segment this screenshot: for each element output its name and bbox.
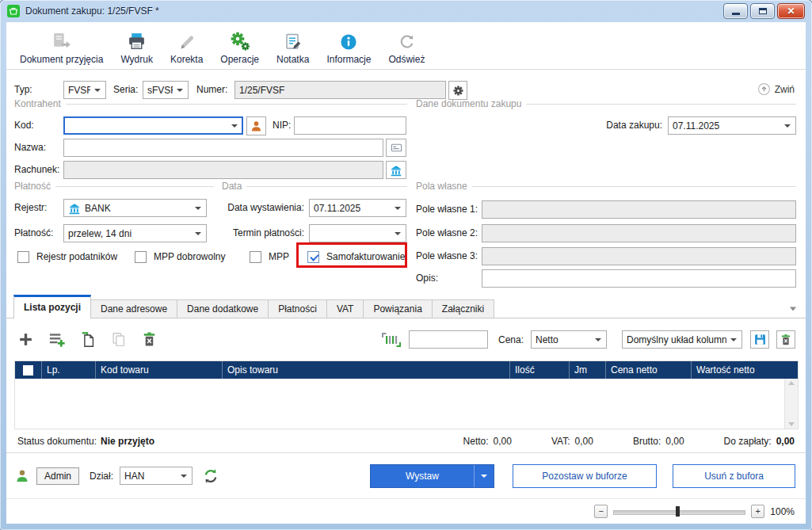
rachunek-input[interactable] xyxy=(63,161,383,179)
termin-platnosci-combo[interactable] xyxy=(309,224,406,242)
tab-platnosci[interactable]: Płatności xyxy=(268,299,327,318)
wystaw-dropdown[interactable] xyxy=(474,465,494,487)
delete-layout-button[interactable] xyxy=(776,330,795,349)
column-header-lp[interactable]: Lp. xyxy=(42,361,96,379)
close-button[interactable]: ✕ xyxy=(777,3,805,19)
trash-icon xyxy=(780,334,792,346)
add-position-icon[interactable] xyxy=(17,331,34,348)
bank-account-button[interactable] xyxy=(386,161,406,179)
grid-vertical-scrollbar[interactable] xyxy=(784,379,798,429)
dzial-combo[interactable]: HAN xyxy=(120,467,193,485)
toolbar-button-notatka[interactable]: Notatka xyxy=(268,25,318,68)
zoom-slider-handle[interactable] xyxy=(676,506,680,517)
pole-wlasne-1-input[interactable] xyxy=(482,200,796,219)
pole-wlasne-3-input[interactable] xyxy=(482,247,796,265)
pole-wlasne-2-input[interactable] xyxy=(482,224,796,242)
zoom-slider[interactable] xyxy=(613,505,745,518)
checkbox-mpp-dobrowolny[interactable]: MPP dobrowolny xyxy=(135,250,226,264)
save-layout-button[interactable] xyxy=(750,330,769,349)
sync-icon[interactable] xyxy=(202,467,219,485)
checkbox-box[interactable] xyxy=(250,251,261,263)
column-header-ilosc[interactable]: Ilość xyxy=(510,361,570,379)
rejestr-combo[interactable]: BANK xyxy=(63,199,207,217)
grid-empty-body[interactable] xyxy=(15,379,784,429)
toolbar-button-korekta[interactable]: Korekta xyxy=(162,25,212,68)
refresh-icon xyxy=(398,29,416,51)
minimize-button[interactable] xyxy=(723,3,748,19)
scroll-down-icon[interactable] xyxy=(788,422,795,426)
toolbar-button-dokument-przyjecia[interactable]: Dokument przyjęcia xyxy=(11,25,112,68)
kod-label: Kod: xyxy=(14,116,34,135)
gear-icon xyxy=(452,85,464,97)
select-all-cell[interactable] xyxy=(15,361,42,379)
toolbar-button-odswiez[interactable]: Odśwież xyxy=(379,25,433,68)
tab-vat[interactable]: VAT xyxy=(326,299,364,318)
column-header-wartosc-netto[interactable]: Wartość netto xyxy=(692,361,784,379)
nip-input[interactable] xyxy=(294,116,406,135)
checkbox-box[interactable] xyxy=(135,251,147,263)
kod-combo[interactable] xyxy=(63,116,243,135)
usun-z-bufora-button[interactable]: Usuń z bufora xyxy=(673,464,795,488)
copy-position-icon[interactable] xyxy=(79,331,97,349)
data-zakupu-combo[interactable]: 07.11.2025 xyxy=(668,116,796,135)
typ-combo[interactable]: FVSF xyxy=(63,81,106,99)
termin-platnosci-label: Termin płatności: xyxy=(222,224,304,242)
column-header-opis-towaru[interactable]: Opis towaru xyxy=(223,361,510,379)
grid-header: Lp. Kod towaru Opis towaru Ilość Jm Cena… xyxy=(15,361,798,379)
select-all-checkbox[interactable] xyxy=(23,365,33,376)
barcode-scan-icon[interactable] xyxy=(381,331,402,349)
column-header-cena-netto[interactable]: Cena netto xyxy=(606,361,692,379)
duplicate-position-icon[interactable] xyxy=(110,331,128,349)
column-header-jm[interactable]: Jm xyxy=(570,361,606,379)
tab-powiazania[interactable]: Powiązania xyxy=(363,299,432,318)
person-icon xyxy=(250,120,263,133)
chevron-down-icon xyxy=(784,124,791,128)
tab-lista-pozycji[interactable]: Lista pozycji xyxy=(13,295,91,318)
numer-label: Numer: xyxy=(196,81,227,99)
zoom-out-button[interactable]: − xyxy=(594,505,608,518)
checkbox-samofakturowanie[interactable]: Samofakturowanie xyxy=(307,250,405,264)
name-details-button[interactable] xyxy=(386,139,406,157)
checkbox-mpp[interactable]: MPP xyxy=(250,250,289,264)
toolbar-button-operacje[interactable]: Operacje xyxy=(212,25,268,68)
document-status-row: Status dokumentu: Nie przyjęto Netto:0,0… xyxy=(6,429,806,453)
number-settings-button[interactable] xyxy=(448,81,467,100)
chevron-down-icon xyxy=(395,232,401,235)
zoom-in-button[interactable]: + xyxy=(751,505,764,518)
cena-combo[interactable]: Netto xyxy=(531,330,607,349)
pozostaw-w-buforze-button[interactable]: Pozostaw w buforze xyxy=(513,464,657,488)
printer-icon xyxy=(127,29,147,51)
checkbox-rejestr-podatnikow[interactable]: Rejestr podatników xyxy=(17,250,117,264)
select-contractor-button[interactable] xyxy=(246,116,266,135)
platnosc-combo[interactable]: przelew, 14 dni xyxy=(63,224,207,242)
collapse-link[interactable]: Zwiń xyxy=(757,82,795,96)
column-layout-combo[interactable]: Domyślny układ kolumn xyxy=(622,330,742,349)
column-header-kod-towaru[interactable]: Kod towaru xyxy=(96,361,223,379)
scroll-up-icon[interactable] xyxy=(788,381,795,385)
wystaw-button[interactable]: Wystaw xyxy=(370,464,494,488)
data-zakupu-label: Data zakupu: xyxy=(561,116,662,135)
document-form: Typ: FVSF Seria: sFVSF Numer: Zwiń Kontr… xyxy=(6,70,806,293)
chevron-down-icon xyxy=(195,232,201,235)
numer-input[interactable] xyxy=(234,81,446,99)
add-multiple-positions-icon[interactable] xyxy=(48,330,66,349)
nazwa-input[interactable] xyxy=(63,139,383,157)
checkbox-box[interactable] xyxy=(17,251,29,263)
delete-position-icon[interactable] xyxy=(141,331,158,348)
seria-combo[interactable]: sFVSF xyxy=(143,81,189,99)
tab-overflow-chevron-icon[interactable] xyxy=(789,306,797,312)
toolbar-button-informacje[interactable]: Informacje xyxy=(318,25,379,68)
toolbar-button-wydruk[interactable]: Wydruk xyxy=(112,25,162,68)
checkbox-box[interactable] xyxy=(307,251,319,263)
tab-dane-adresowe[interactable]: Dane adresowe xyxy=(90,299,177,318)
maximize-button[interactable] xyxy=(750,3,775,19)
app-window: Dokument zakupu: 1/25/FVSF * ✕ Dokument … xyxy=(0,0,812,530)
data-wystawienia-combo[interactable]: 07.11.2025 xyxy=(309,199,406,217)
opis-input[interactable] xyxy=(482,269,796,288)
position-search-input[interactable] xyxy=(409,330,488,349)
tab-zalaczniki[interactable]: Załączniki xyxy=(432,299,494,318)
footer-bar: Admin Dział: HAN Wystaw Pozostaw w bufor… xyxy=(6,453,806,499)
user-button[interactable]: Admin xyxy=(36,467,79,485)
titlebar[interactable]: Dokument zakupu: 1/25/FVSF * ✕ xyxy=(0,0,812,22)
tab-dane-dodatkowe[interactable]: Dane dodatkowe xyxy=(177,299,269,318)
